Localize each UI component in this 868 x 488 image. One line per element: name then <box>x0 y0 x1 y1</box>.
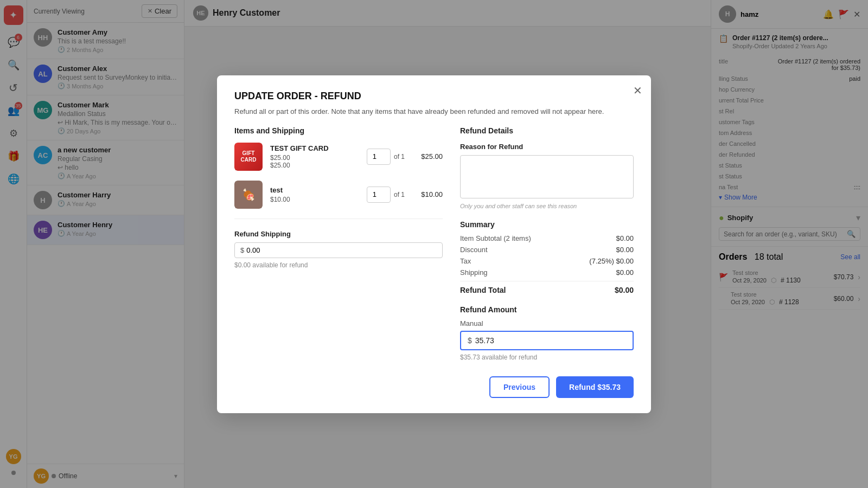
modal-footer: Previous Refund $35.73 <box>460 376 634 398</box>
shipping-input[interactable] <box>246 246 437 254</box>
modal-right-section: Refund Details Reason for Refund Only yo… <box>460 126 634 398</box>
modal-title: UPDATE ORDER - REFUND <box>234 91 634 102</box>
gift-card-price1: $25.00 <box>270 154 359 162</box>
summary-row-subtotal: Item Subtotal (2 items) $0.00 <box>460 234 634 242</box>
test-qty: of 1 <box>367 187 405 203</box>
items-section-title: Items and Shipping <box>234 126 443 135</box>
main-area: HE Henry Customer ✕ UPDATE ORDER - REFUN… <box>184 0 711 488</box>
subtotal-label: Item Subtotal (2 items) <box>460 234 531 242</box>
reason-note: Only you and other staff can see this re… <box>460 203 634 209</box>
gift-card-qty-input[interactable] <box>367 149 391 165</box>
test-image: 🍖 <box>234 181 263 209</box>
item-row-test: 🍖 test $10.00 of 1 $10.00 <box>234 181 443 209</box>
test-details: test $10.00 <box>270 186 359 203</box>
test-total: $10.00 <box>412 190 443 198</box>
summary-row-tax: Tax (7.25%) $0.00 <box>460 257 634 265</box>
summary-row-shipping: Shipping $0.00 <box>460 268 634 277</box>
gift-card-name: TEST GIFT CARD <box>270 144 359 152</box>
refund-total-value: $0.00 <box>615 286 634 294</box>
modal-description: Refund all or part of this order. Note t… <box>234 107 634 115</box>
modal-overlay: ✕ UPDATE ORDER - REFUND Refund all or pa… <box>0 0 868 488</box>
manual-available: $35.73 available for refund <box>460 354 634 361</box>
tax-value: (7.25%) $0.00 <box>589 257 634 265</box>
summary-title: Summary <box>460 220 634 229</box>
test-qty-input[interactable] <box>367 187 391 203</box>
refund-amount-title: Refund Amount <box>460 305 634 314</box>
subtotal-value: $0.00 <box>616 234 634 242</box>
shipping-sum-label: Shipping <box>460 268 488 277</box>
modal-left-section: Items and Shipping GIFTCARD TEST GIFT CA… <box>234 126 443 398</box>
manual-label: Manual <box>460 319 634 328</box>
gift-card-image: GIFTCARD <box>234 143 263 171</box>
refund-total-row: Refund Total $0.00 <box>460 281 634 294</box>
modal-body: Items and Shipping GIFTCARD TEST GIFT CA… <box>234 126 634 398</box>
refund-amount-section: Refund Amount Manual $ $35.73 available … <box>460 305 634 361</box>
reason-label: Reason for Refund <box>460 143 634 151</box>
shipping-input-wrap: $ <box>234 242 443 258</box>
test-name: test <box>270 186 359 194</box>
discount-label: Discount <box>460 246 488 254</box>
refund-shipping-section: Refund Shipping $ $0.00 available for re… <box>234 230 443 269</box>
reason-textarea[interactable] <box>460 155 634 198</box>
test-price: $10.00 <box>270 196 359 203</box>
previous-button[interactable]: Previous <box>489 376 550 398</box>
gift-card-visual: GIFTCARD <box>234 143 263 171</box>
gift-card-of: of 1 <box>394 153 405 160</box>
refund-details-title: Refund Details <box>460 126 634 135</box>
summary-row-discount: Discount $0.00 <box>460 246 634 254</box>
discount-value: $0.00 <box>616 246 634 254</box>
refund-button[interactable]: Refund $35.73 <box>556 376 634 398</box>
gift-card-qty: of 1 <box>367 149 405 165</box>
modal-close-button[interactable]: ✕ <box>633 84 642 97</box>
gift-card-details: TEST GIFT CARD $25.00 $25.00 <box>270 144 359 169</box>
divider1 <box>234 219 443 219</box>
refund-total-label: Refund Total <box>460 286 506 294</box>
tax-label: Tax <box>460 257 471 265</box>
shipping-available: $0.00 available for refund <box>234 261 443 269</box>
manual-dollar-sign: $ <box>468 336 472 345</box>
item-row-gift-card: GIFTCARD TEST GIFT CARD $25.00 $25.00 of… <box>234 143 443 171</box>
gift-card-price2: $25.00 <box>270 162 359 169</box>
shipping-label: Refund Shipping <box>234 230 443 238</box>
test-visual: 🍖 <box>234 181 263 209</box>
gift-card-total: $25.00 <box>412 152 443 160</box>
test-of: of 1 <box>394 191 405 198</box>
refund-modal: ✕ UPDATE ORDER - REFUND Refund all or pa… <box>217 75 651 413</box>
shipping-sum-value: $0.00 <box>616 268 634 277</box>
shipping-dollar: $ <box>240 246 244 254</box>
summary-section: Summary Item Subtotal (2 items) $0.00 Di… <box>460 220 634 294</box>
manual-amount-input[interactable] <box>475 336 626 345</box>
manual-input-wrap: $ <box>460 331 634 350</box>
